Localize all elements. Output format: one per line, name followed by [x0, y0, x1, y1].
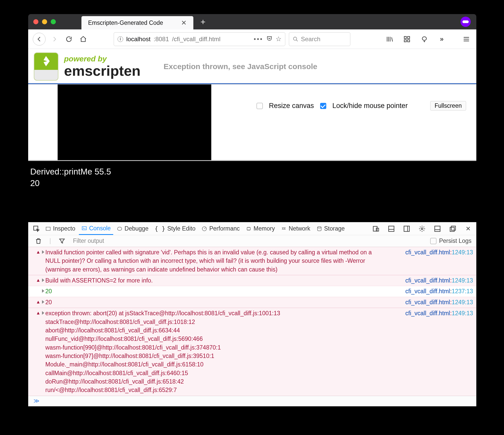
url-port: :8081: [154, 36, 169, 43]
canvas-area: Resize canvas Lock/hide mouse pointer Fu…: [28, 84, 476, 161]
warning-icon: ▲: [36, 277, 40, 284]
lock-pointer-checkbox[interactable]: [320, 103, 326, 109]
console-row: 20cfi_vcall_diff.html:1237:13: [28, 286, 476, 297]
svg-rect-12: [82, 227, 87, 230]
tab-performance[interactable]: Performanc: [199, 222, 242, 235]
dock-side-icon[interactable]: [401, 223, 412, 234]
search-placeholder: Search: [301, 36, 320, 43]
maximize-window-button[interactable]: [51, 19, 56, 24]
console-prompt[interactable]: ≫: [28, 396, 476, 406]
expand-icon[interactable]: [42, 278, 44, 282]
canvas-controls: Resize canvas Lock/hide mouse pointer Fu…: [257, 101, 466, 111]
tab-storage[interactable]: Storage: [314, 222, 348, 235]
svg-rect-11: [46, 227, 50, 230]
resize-label: Resize canvas: [269, 102, 314, 110]
persist-logs-toggle[interactable]: Persist Logs: [430, 237, 471, 244]
pocket-icon[interactable]: [266, 35, 272, 43]
filter-placeholder[interactable]: Filter output: [73, 237, 104, 244]
output-canvas[interactable]: [58, 84, 211, 160]
console-message: Invalid function pointer called with sig…: [44, 248, 381, 274]
console-location[interactable]: cfi_vcall_diff.html:1249:13: [381, 309, 473, 394]
persist-checkbox[interactable]: [430, 238, 436, 244]
svg-rect-24: [451, 226, 455, 230]
reload-button[interactable]: [64, 34, 74, 45]
fullscreen-button[interactable]: Fullscreen: [430, 101, 466, 111]
tab-debugger[interactable]: Debugge: [114, 222, 151, 235]
devtools-panel: Inspecto Console Debugge { }Style Edito …: [28, 222, 476, 406]
console-location[interactable]: cfi_vcall_diff.html:1249:13: [381, 276, 473, 285]
svg-point-9: [422, 37, 426, 40]
resize-checkbox[interactable]: [257, 103, 263, 109]
new-tab-button[interactable]: +: [201, 17, 206, 27]
console-message: 20: [44, 298, 381, 307]
address-bar[interactable]: i localhost:8081/cfi_vcall_diff.html •••…: [114, 32, 285, 46]
console-row: ▲20cfi_vcall_diff.html:1249:13: [28, 297, 476, 308]
console-location[interactable]: cfi_vcall_diff.html:1249:13: [381, 248, 473, 274]
console-location[interactable]: cfi_vcall_diff.html:1237:13: [381, 287, 473, 296]
console-location[interactable]: cfi_vcall_diff.html:1249:13: [381, 298, 473, 307]
svg-rect-5: [404, 36, 406, 38]
tab-memory[interactable]: Memory: [243, 222, 277, 235]
dock-bottom-icon[interactable]: [432, 223, 443, 234]
url-host: localhost: [126, 36, 151, 43]
minimize-window-button[interactable]: [42, 19, 47, 24]
expand-icon[interactable]: [42, 311, 44, 315]
page-header: powered by emscripten Exception thrown, …: [28, 49, 476, 84]
svg-rect-17: [373, 226, 377, 231]
tab-bar: Emscripten-Generated Code ✕ +: [28, 14, 476, 29]
browser-window: Emscripten-Generated Code ✕ + i localhos…: [28, 14, 476, 406]
expand-icon[interactable]: [42, 250, 44, 254]
search-icon: [293, 36, 298, 42]
bookmark-icon[interactable]: ☆: [276, 35, 281, 43]
warning-icon: ▲: [36, 310, 40, 316]
url-path: /cfi_vcall_diff.html: [172, 36, 220, 43]
expand-icon[interactable]: [42, 289, 44, 293]
status-text: Exception thrown, see JavaScript console: [164, 62, 317, 71]
close-tab-icon[interactable]: ✕: [181, 19, 187, 27]
browser-tab[interactable]: Emscripten-Generated Code ✕: [81, 16, 193, 29]
split-console-icon[interactable]: [386, 223, 397, 234]
menu-button[interactable]: [461, 34, 472, 45]
logo-powered-by: powered by: [64, 55, 141, 63]
tab-console[interactable]: Console: [79, 222, 113, 235]
tab-network[interactable]: Network: [278, 222, 313, 235]
settings-icon[interactable]: [417, 223, 427, 234]
home-button[interactable]: [78, 34, 89, 45]
stdout-line: 20: [30, 178, 474, 189]
window-controls: [33, 19, 56, 24]
svg-rect-15: [247, 227, 250, 230]
lock-label: Lock/hide mouse pointer: [332, 102, 408, 110]
overflow-icon[interactable]: »: [436, 34, 447, 45]
close-window-button[interactable]: [33, 19, 38, 24]
svg-rect-19: [389, 226, 394, 231]
clear-console-icon[interactable]: [33, 236, 44, 246]
close-devtools-icon[interactable]: ✕: [463, 223, 474, 234]
popout-icon[interactable]: [447, 223, 458, 234]
forward-button[interactable]: [49, 34, 60, 45]
library-icon[interactable]: [384, 34, 395, 45]
console-row: ▲Build with ASSERTIONS=2 for more info.c…: [28, 275, 476, 286]
addons-icon[interactable]: [402, 34, 412, 45]
svg-rect-13: [118, 227, 122, 230]
tab-inspector[interactable]: Inspecto: [43, 222, 78, 235]
svg-rect-20: [404, 226, 410, 231]
back-button[interactable]: [33, 33, 46, 46]
svg-point-21: [421, 228, 423, 230]
svg-rect-6: [407, 36, 410, 38]
svg-rect-23: [450, 227, 454, 231]
console-toolbar: | Filter output Persist Logs: [28, 235, 476, 247]
svg-point-3: [463, 20, 465, 23]
filter-icon[interactable]: [57, 236, 67, 246]
logo-text: emscripten: [64, 64, 141, 78]
extension-icon[interactable]: [460, 17, 471, 27]
notifications-icon[interactable]: [419, 34, 430, 45]
tab-style-editor[interactable]: { }Style Edito: [152, 222, 198, 235]
info-icon[interactable]: i: [118, 36, 123, 42]
stdout-line: Derived::printMe 55.5: [30, 166, 474, 178]
expand-icon[interactable]: [42, 300, 44, 304]
toolbar-icons: »: [384, 34, 472, 45]
search-bar[interactable]: Search: [289, 32, 350, 46]
pick-element-icon[interactable]: [31, 223, 42, 234]
page-actions-icon[interactable]: •••: [254, 36, 263, 43]
responsive-mode-icon[interactable]: [371, 223, 381, 234]
